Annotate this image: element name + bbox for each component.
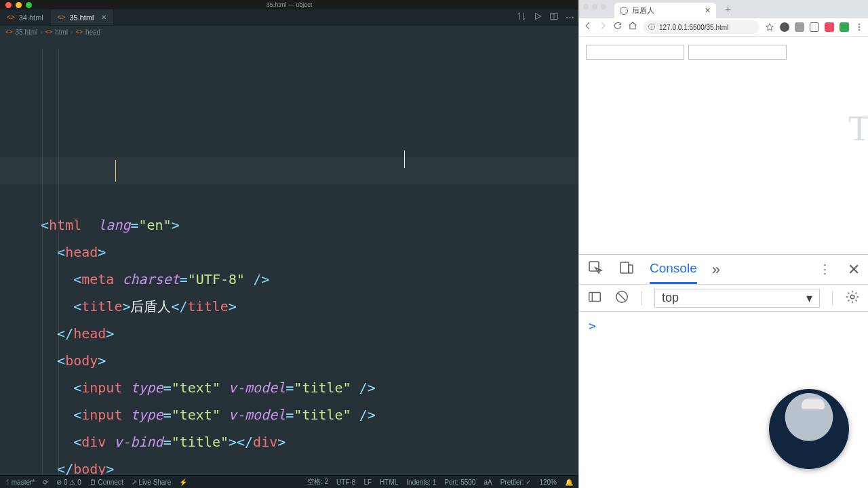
chevron-down-icon: ▾: [806, 291, 812, 306]
text-input-2[interactable]: [688, 45, 787, 60]
page-body: [579, 37, 868, 254]
svg-point-9: [850, 295, 854, 299]
sb-format[interactable]: aA: [484, 479, 492, 486]
split-editor-icon[interactable]: [549, 12, 559, 23]
svg-rect-4: [589, 262, 599, 271]
bookmark-star-icon[interactable]: [765, 22, 774, 32]
url-text: 127.0.0.1:5500/35.html: [659, 24, 728, 31]
tab-title: 后盾人: [632, 5, 654, 16]
traffic-minimize-icon[interactable]: [592, 4, 597, 9]
site-info-icon[interactable]: ⓘ: [648, 22, 655, 32]
extension-icon[interactable]: [780, 22, 789, 32]
tab-35-html[interactable]: <> 35.html ✕: [51, 9, 114, 25]
tag-icon: <>: [45, 28, 53, 35]
globe-icon: [620, 7, 628, 15]
mac-titlebar: 35.html — object: [0, 0, 578, 9]
vscode-window: 35.html — object <> 34.html <> 35.html ✕…: [0, 0, 578, 488]
close-tab-icon[interactable]: ✕: [101, 14, 106, 21]
console-settings-icon[interactable]: [845, 289, 860, 307]
window-title: 35.html — object: [0, 1, 578, 8]
device-toolbar-icon[interactable]: [618, 260, 635, 279]
sb-indents[interactable]: Indents: 1: [406, 479, 436, 486]
more-tabs-icon[interactable]: »: [712, 261, 720, 279]
tab-34-html[interactable]: <> 34.html: [0, 9, 51, 25]
new-tab-button[interactable]: ＋: [723, 3, 733, 16]
extension-icon[interactable]: [810, 22, 819, 32]
traffic-close-icon[interactable]: [583, 4, 589, 9]
traffic-minimize-icon[interactable]: [16, 2, 22, 8]
back-button[interactable]: [583, 21, 593, 33]
forward-button[interactable]: [598, 21, 608, 33]
breadcrumb-item[interactable]: 35.html: [16, 28, 38, 36]
sb-language[interactable]: HTML: [380, 479, 398, 486]
traffic-maximize-icon[interactable]: [601, 4, 606, 9]
chrome-toolbar: ⓘ 127.0.0.1:5500/35.html: [579, 18, 868, 37]
traffic-maximize-icon[interactable]: [26, 2, 32, 8]
statusbar: ᚶ master* ⟳ ⊘ 0 ⚠ 0 🗒 Connect ↗ Live Sha…: [0, 475, 578, 488]
sb-port[interactable]: Port: 5500: [444, 479, 475, 486]
clear-console-icon[interactable]: [614, 289, 629, 307]
sb-eol[interactable]: LF: [363, 479, 372, 486]
context-selector[interactable]: top ▾: [654, 289, 820, 308]
tag-icon: <>: [75, 28, 83, 35]
chrome-tabstrip: 后盾人 ✕ ＋: [579, 0, 868, 18]
svg-rect-7: [589, 292, 601, 301]
svg-point-3: [859, 29, 860, 30]
watermark-text: T: [848, 108, 868, 148]
sb-spaces[interactable]: 空格: 2: [307, 477, 328, 487]
chrome-menu-icon[interactable]: [854, 22, 864, 32]
compare-changes-icon[interactable]: [517, 12, 526, 23]
chrome-window: 后盾人 ✕ ＋ ⓘ 127.0.0.1:5500/35.html T: [578, 0, 868, 488]
sb-prettier[interactable]: Prettier: ✓: [500, 479, 532, 486]
close-tab-icon[interactable]: ✕: [705, 6, 711, 15]
close-devtools-icon[interactable]: ✕: [848, 261, 860, 279]
devtools-tabbar: Console » ⋮ ✕: [579, 255, 868, 285]
code-editor[interactable]: <html lang="en"> <head> <meta charset="U…: [0, 38, 578, 475]
chevron-right-icon: ›: [40, 28, 42, 36]
address-bar[interactable]: ⓘ 127.0.0.1:5500/35.html: [643, 20, 760, 34]
run-icon[interactable]: [533, 12, 542, 23]
chevron-right-icon: ›: [71, 28, 73, 36]
tab-label: 34.html: [19, 14, 43, 22]
console-toolbar: top ▾: [579, 285, 868, 312]
svg-point-2: [859, 26, 860, 28]
sb-lightning-icon[interactable]: ⚡: [179, 479, 187, 486]
sb-sync-icon[interactable]: ⟳: [43, 479, 48, 486]
console-prompt[interactable]: >: [589, 319, 596, 333]
home-button[interactable]: [628, 21, 637, 33]
html-file-icon: <>: [5, 28, 13, 35]
profile-avatar[interactable]: [840, 22, 849, 32]
devtools-menu-icon[interactable]: ⋮: [818, 262, 833, 277]
sb-liveshare[interactable]: ↗ Live Share: [132, 479, 172, 486]
sb-problems[interactable]: ⊘ 0 ⚠ 0: [56, 479, 81, 486]
sb-bell-icon[interactable]: 🔔: [565, 479, 573, 486]
tab-console[interactable]: Console: [650, 255, 697, 284]
more-icon[interactable]: ⋯: [566, 12, 574, 22]
svg-rect-6: [629, 265, 633, 273]
inspect-element-icon[interactable]: [587, 260, 604, 279]
sb-branch[interactable]: ᚶ master*: [5, 479, 35, 486]
extension-icon[interactable]: [825, 22, 834, 32]
svg-point-1: [859, 24, 860, 25]
breadcrumb[interactable]: <> 35.html › <> html › <> head: [0, 26, 578, 38]
tab-label: 35.html: [69, 14, 94, 22]
sb-zoom[interactable]: 120%: [539, 479, 557, 486]
webcam-overlay: [769, 389, 849, 469]
extension-icon[interactable]: [795, 22, 804, 32]
html-file-icon: <>: [7, 14, 15, 21]
svg-rect-5: [620, 262, 629, 273]
editor-tabbar: <> 34.html <> 35.html ✕ ⋯: [0, 9, 578, 26]
chrome-tab[interactable]: 后盾人 ✕: [614, 3, 716, 18]
show-console-sidebar-icon[interactable]: [587, 289, 602, 307]
breadcrumb-item[interactable]: head: [85, 28, 100, 36]
sb-connect[interactable]: 🗒 Connect: [90, 479, 123, 486]
html-file-icon: <>: [58, 14, 66, 21]
breadcrumb-item[interactable]: html: [55, 28, 68, 36]
sb-encoding[interactable]: UTF-8: [336, 479, 355, 486]
reload-button[interactable]: [613, 21, 623, 33]
traffic-close-icon[interactable]: [5, 2, 12, 8]
text-input-1[interactable]: [586, 45, 684, 60]
